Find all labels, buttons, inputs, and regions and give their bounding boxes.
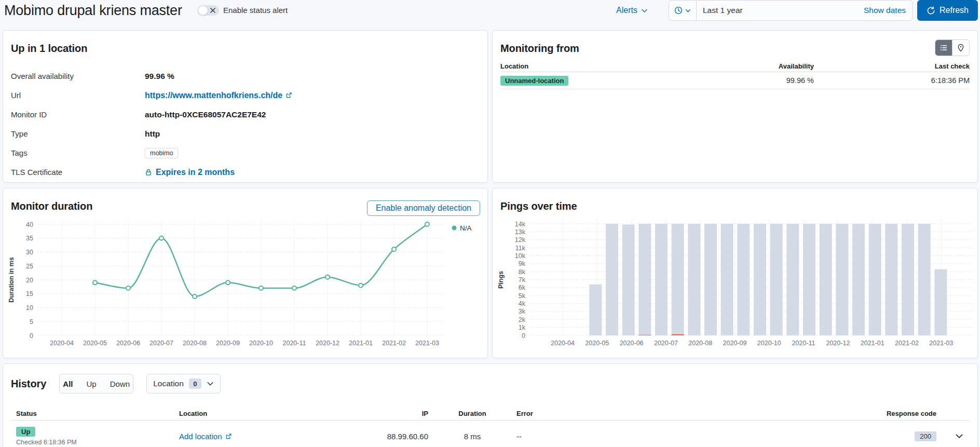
page-title: Mobimo drupal kriens master [4, 0, 182, 21]
svg-text:30: 30 [26, 249, 33, 256]
alerts-dropdown[interactable]: Alerts [616, 0, 648, 21]
refresh-label: Refresh [940, 6, 969, 15]
svg-text:2021-02: 2021-02 [895, 340, 919, 347]
show-dates-button[interactable]: Show dates [864, 6, 912, 15]
location-filter-dropdown[interactable]: Location 0 [146, 374, 221, 394]
svg-text:2020-08: 2020-08 [183, 340, 207, 347]
svg-text:2020-10: 2020-10 [757, 340, 781, 347]
svg-text:2020-04: 2020-04 [551, 340, 575, 347]
page-header: Mobimo drupal kriens master Enable statu… [0, 0, 980, 30]
svg-text:10k: 10k [515, 252, 526, 260]
status-panel: Up in 1 location Overall availability 99… [3, 30, 488, 183]
pings-panel: Pings over time 01k2k3k4k5k6k7k8k9k10k11… [492, 188, 978, 358]
monitoring-table-header: Location Availability Last check [500, 61, 970, 72]
filter-down[interactable]: Down [110, 380, 130, 388]
svg-text:25: 25 [26, 263, 33, 270]
url-row: Url https://www.mattenhofkriens.ch/de [11, 86, 480, 105]
map-pin-icon [957, 44, 965, 52]
svg-text:20: 20 [26, 277, 33, 284]
svg-text:35: 35 [26, 235, 33, 242]
type-label: Type [11, 129, 145, 138]
svg-text:12k: 12k [515, 236, 526, 243]
svg-text:0: 0 [30, 332, 33, 340]
chart-legend: N/A [452, 224, 472, 232]
svg-text:3k: 3k [519, 308, 526, 315]
svg-text:4k: 4k [519, 300, 526, 307]
location-badge: Unnamed-location [500, 76, 568, 86]
svg-text:Duration in ms: Duration in ms [8, 257, 15, 303]
gridlines [37, 219, 445, 335]
history-table: Status Location IP Duration Error Respon… [11, 407, 970, 447]
expand-row-button[interactable] [953, 430, 965, 442]
status-panel-title: Up in 1 location [11, 43, 87, 54]
duration-line [95, 224, 427, 296]
external-link-icon [225, 433, 232, 440]
svg-text:2020-09: 2020-09 [723, 340, 747, 347]
toggle-knob [198, 5, 208, 16]
svg-text:2021-01: 2021-01 [861, 340, 884, 347]
add-location-link[interactable]: Add location [179, 432, 232, 441]
toggle-x-icon [210, 7, 216, 13]
ping-bars [589, 224, 947, 335]
svg-text:9k: 9k [519, 260, 526, 267]
col-location[interactable]: Location [500, 62, 752, 70]
col-availability[interactable]: Availability [752, 62, 814, 70]
svg-text:2020-12: 2020-12 [316, 340, 339, 347]
svg-text:2021-01: 2021-01 [349, 340, 373, 347]
date-picker: Last 1 year Show dates [669, 0, 913, 21]
map-view-button[interactable] [952, 40, 969, 56]
list-view-button[interactable] [935, 40, 952, 56]
monitor-duration-panel: Monitor duration Enable anomaly detectio… [3, 188, 488, 358]
svg-text:5k: 5k [519, 292, 526, 300]
col-response-code[interactable]: Response code [874, 410, 942, 417]
svg-text:2020-12: 2020-12 [826, 340, 850, 347]
svg-text:10: 10 [26, 304, 33, 311]
monitoring-table: Location Availability Last check Unnamed… [500, 61, 970, 89]
filter-up[interactable]: Up [87, 380, 97, 388]
svg-text:N/A: N/A [460, 224, 472, 232]
ip-cell: 88.99.60.60 [387, 432, 428, 441]
quick-select-button[interactable] [669, 1, 697, 20]
monitoring-from-title: Monitoring from [500, 43, 579, 54]
gridlines [529, 219, 973, 335]
availability-label: Overall availability [11, 72, 145, 80]
pings-over-time-chart: 01k2k3k4k5k6k7k8k9k10k11k12k13k14k2020-0… [493, 188, 977, 358]
monitor-id-row: Monitor ID auto-http-0XCE68057AC2E7E42 [11, 105, 480, 124]
svg-text:2020-08: 2020-08 [688, 340, 712, 347]
tls-certificate-link[interactable]: Expires in 2 months [156, 168, 235, 177]
duration-markers [93, 222, 429, 299]
monitor-url-link[interactable]: https://www.mattenhofkriens.ch/de [145, 91, 292, 100]
col-ip[interactable]: IP [382, 410, 433, 417]
response-code-badge: 200 [915, 431, 936, 441]
tag-badge[interactable]: mobimo [145, 148, 178, 158]
enable-anomaly-detection-button[interactable]: Enable anomaly detection [367, 200, 480, 216]
last-check-cell: 6:18:36 PM [814, 76, 970, 85]
svg-text:2020-06: 2020-06 [620, 340, 644, 347]
status-up-badge: Up [16, 427, 35, 437]
time-range-value[interactable]: Last 1 year [697, 6, 864, 15]
alerts-label: Alerts [616, 6, 637, 15]
chevron-down-icon [685, 8, 691, 13]
col-status[interactable]: Status [11, 410, 174, 417]
tls-label: TLS Certificate [11, 168, 145, 177]
status-alert-toggle[interactable] [198, 5, 219, 16]
list-icon [940, 44, 948, 52]
main-content: Up in 1 location Overall availability 99… [3, 30, 978, 447]
col-error[interactable]: Error [511, 410, 874, 417]
history-header: History All Up Down Location 0 [11, 374, 221, 394]
history-panel: History All Up Down Location 0 Status Lo… [3, 363, 978, 447]
monitor-id-value: auto-http-0XCE68057AC2E7E42 [145, 110, 266, 119]
svg-text:2020-05: 2020-05 [83, 340, 107, 347]
url-label: Url [11, 91, 145, 100]
refresh-button[interactable]: Refresh [917, 0, 978, 21]
filter-all[interactable]: All [63, 380, 73, 388]
x-axis-labels: 2020-042020-052020-062020-072020-082020-… [551, 340, 953, 347]
col-last-check[interactable]: Last check [814, 62, 970, 70]
col-location[interactable]: Location [174, 410, 382, 417]
svg-text:2020-10: 2020-10 [249, 340, 273, 347]
monitoring-table-row: Unnamed-location 99.96 % 6:18:36 PM [500, 72, 970, 89]
history-row: Up Checked 6:18:36 PM Add location 88 [11, 421, 970, 447]
status-filter-group: All Up Down [59, 374, 133, 394]
col-duration[interactable]: Duration [433, 410, 511, 417]
svg-text:11k: 11k [515, 245, 526, 252]
